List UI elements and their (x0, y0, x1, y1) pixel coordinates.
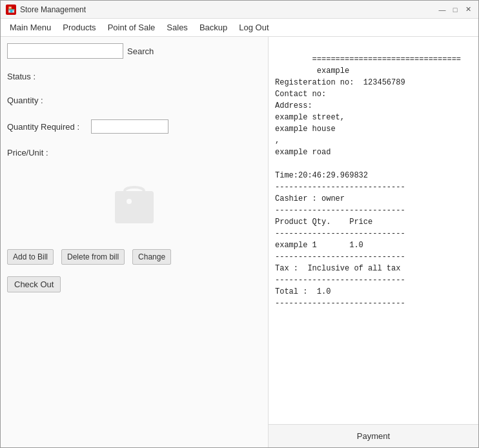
title-bar-left: 🏪 Store Management (6, 5, 86, 15)
search-label: Search (127, 46, 154, 56)
quantity-required-row: Quantity Required : (7, 119, 261, 134)
price-unit-label: Price/Unit : (7, 148, 91, 158)
quantity-required-label: Quantity Required : (7, 122, 91, 132)
menu-products[interactable]: Products (57, 20, 101, 35)
left-panel: Search Status : Quantity : Quantity Requ… (1, 37, 269, 447)
payment-bar: Payment (269, 424, 478, 447)
quantity-required-input[interactable] (91, 119, 168, 134)
app-icon: 🏪 (6, 5, 16, 15)
add-to-bill-button[interactable]: Add to Bill (7, 249, 54, 265)
search-row: Search (7, 43, 261, 59)
minimize-button[interactable]: — (437, 5, 447, 15)
menu-backup[interactable]: Backup (194, 20, 232, 35)
payment-button[interactable]: Payment (357, 431, 390, 441)
delete-from-bill-button[interactable]: Delete from bill (61, 249, 125, 265)
menu-bar: Main Menu Products Point of Sale Sales B… (1, 19, 478, 37)
maximize-button[interactable]: □ (450, 5, 460, 15)
status-row: Status : (7, 72, 261, 81)
main-window: 🏪 Store Management — □ ✕ Main Menu Produ… (0, 0, 479, 448)
menu-point-of-sale[interactable]: Point of Sale (103, 20, 161, 35)
window-title: Store Management (20, 5, 86, 14)
quantity-label: Quantity : (7, 96, 91, 105)
checkout-row: Check Out (7, 276, 261, 292)
change-button[interactable]: Change (132, 249, 171, 265)
price-unit-row: Price/Unit : (7, 148, 261, 158)
window-controls: — □ ✕ (437, 5, 473, 15)
svg-rect-0 (115, 191, 154, 223)
menu-log-out[interactable]: Log Out (234, 20, 274, 35)
action-buttons: Add to Bill Delete from bill Change (7, 249, 261, 265)
search-input[interactable] (7, 43, 123, 59)
close-button[interactable]: ✕ (463, 5, 473, 15)
receipt-content: ================================ example… (275, 55, 461, 308)
check-out-button[interactable]: Check Out (7, 276, 61, 292)
main-content: Search Status : Quantity : Quantity Requ… (1, 37, 478, 447)
form-section: Status : Quantity : Quantity Required : … (7, 72, 261, 172)
title-bar: 🏪 Store Management — □ ✕ (1, 1, 478, 19)
quantity-row: Quantity : (7, 96, 261, 105)
product-image-area (7, 178, 261, 230)
menu-sales[interactable]: Sales (161, 20, 193, 35)
svg-point-1 (127, 199, 132, 204)
product-icon (108, 178, 160, 230)
right-panel: ================================ example… (269, 37, 478, 447)
menu-main-menu[interactable]: Main Menu (5, 20, 56, 35)
receipt-area: ================================ example… (269, 37, 478, 424)
status-label: Status : (7, 72, 91, 81)
